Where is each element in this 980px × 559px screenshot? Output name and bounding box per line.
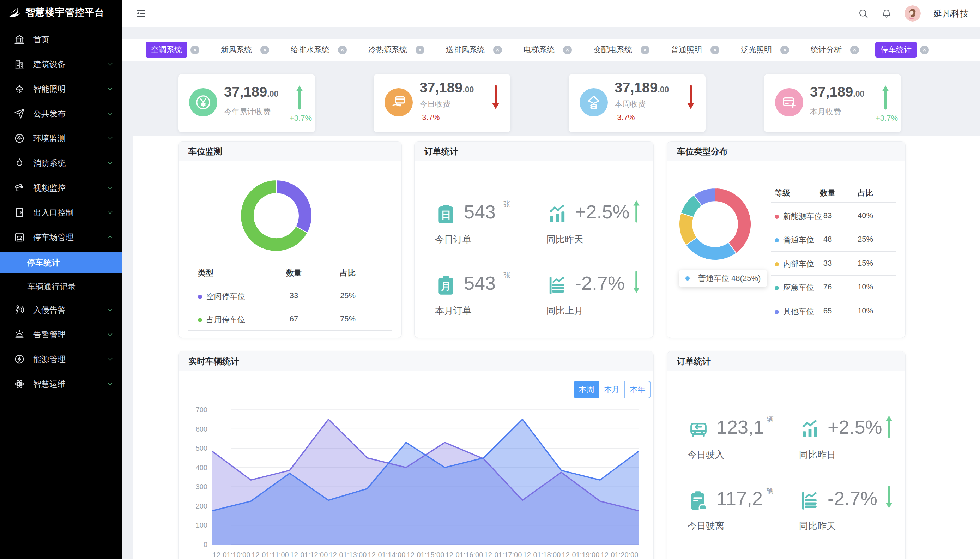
tab-10[interactable]: 停车统计 — [875, 42, 929, 58]
stat-card-3: 37,189.00本月收费+3.7% — [764, 74, 901, 132]
table-row-qty: 33 — [290, 291, 298, 300]
bell-icon[interactable] — [881, 8, 892, 19]
close-icon[interactable] — [780, 46, 789, 55]
app-logo-row: 智慧楼宇管控平台 — [8, 6, 104, 19]
close-icon[interactable] — [920, 46, 929, 55]
trend-up-arrow-icon — [885, 413, 893, 440]
stat-card-delta: +3.7% — [876, 114, 898, 123]
realtime-area-chart: 010020030040050060070012-01:10:0012-01:1… — [178, 401, 654, 559]
stat-unit: 张 — [503, 271, 510, 280]
parking-icon — [14, 232, 25, 242]
tab-2[interactable]: 给排水系统 — [285, 42, 347, 58]
close-icon[interactable] — [416, 46, 424, 55]
tab-0[interactable]: 空调系统 — [146, 42, 199, 58]
building-icon — [14, 59, 25, 69]
header-right-cluster: 延凡科技 — [858, 0, 969, 27]
sidebar-item-12[interactable]: 智慧运维 — [0, 372, 122, 396]
stat-value: 543 — [464, 201, 496, 223]
sidebar-item-11[interactable]: 能源管理 — [0, 347, 122, 372]
tag-tab-bar: 空调系统新风系统给排水系统冷热源系统送排风系统电梯系统变配电系统普通照明泛光照明… — [122, 39, 980, 61]
close-icon[interactable] — [260, 46, 269, 55]
sidebar-item-9[interactable]: 入侵告警 — [0, 298, 122, 322]
app-title: 智慧楼宇管控平台 — [25, 6, 104, 19]
header-gap-band — [122, 27, 980, 39]
chevron-down-icon — [106, 331, 114, 339]
yuan-circle-icon — [189, 88, 217, 116]
sidebar-item-label: 智慧运维 — [33, 379, 66, 390]
close-icon[interactable] — [711, 46, 719, 55]
stat-label: 同比上月 — [546, 304, 583, 317]
x-tick-label: 12-01:18:00 — [523, 551, 561, 559]
bar-trend-icon — [546, 203, 568, 225]
panel-parking-monitor: 车位监测 类型数量占比空闲停车位3325%占用停车位6775% — [178, 141, 402, 338]
tab-label: 送排风系统 — [441, 42, 490, 58]
stat-card-value: 37,189.00 — [224, 84, 278, 100]
user-name[interactable]: 延凡科技 — [934, 8, 969, 20]
clipboard-car-icon — [688, 490, 709, 512]
sidebar-item-1[interactable]: 建筑设备 — [0, 52, 122, 76]
search-icon[interactable] — [858, 8, 868, 19]
avatar[interactable] — [904, 5, 921, 22]
sidebar-item-label: 智能照明 — [33, 84, 66, 94]
tab-8[interactable]: 泛光照明 — [736, 42, 789, 58]
range-toggle-1[interactable]: 本月 — [599, 381, 625, 399]
tab-9[interactable]: 统计分析 — [805, 42, 859, 58]
trend-down-arrow-icon — [632, 269, 640, 296]
table-divider — [771, 202, 896, 203]
x-tick-label: 12-01:10:00 — [213, 551, 251, 559]
atom-icon — [14, 379, 25, 389]
sidebar-item-8[interactable]: 停车场管理 — [0, 225, 122, 250]
sidebar-subitem-8-1[interactable]: 车辆通行记录 — [0, 276, 122, 298]
y-tick-label: 600 — [196, 425, 208, 433]
close-icon[interactable] — [338, 46, 347, 55]
table-divider — [188, 280, 392, 280]
tab-1[interactable]: 新风系统 — [216, 42, 269, 58]
tab-7[interactable]: 普通照明 — [666, 42, 719, 58]
stat-unit: 辆 — [767, 486, 774, 496]
sidebar-item-10[interactable]: 告警管理 — [0, 322, 122, 347]
close-icon[interactable] — [493, 46, 502, 55]
stat-card-value: 37,189.00 — [419, 80, 474, 96]
stat-card-1: 37,189.00今日收费-3.7% — [374, 74, 510, 132]
stat-value: 543 — [464, 272, 496, 294]
stat-label: 同比昨天 — [799, 520, 836, 532]
camera-icon — [14, 182, 25, 193]
tab-5[interactable]: 电梯系统 — [518, 42, 572, 58]
send-icon — [14, 108, 25, 119]
close-icon[interactable] — [190, 46, 199, 55]
collapse-menu-icon[interactable] — [135, 8, 147, 19]
close-icon[interactable] — [850, 46, 859, 55]
tab-4[interactable]: 送排风系统 — [441, 42, 502, 58]
table-row-qty: 76 — [823, 282, 832, 291]
panel-title: 车位监测 — [178, 142, 401, 161]
trend-down-arrow-icon — [686, 83, 695, 112]
tab-3[interactable]: 冷热源系统 — [363, 42, 424, 58]
donut-segment — [715, 188, 751, 253]
sidebar-item-5[interactable]: 消防系统 — [0, 150, 122, 175]
stat-unit: 辆 — [767, 415, 774, 424]
tab-label: 电梯系统 — [518, 42, 560, 58]
sidebar-subitem-8-0[interactable]: 停车统计 — [0, 252, 122, 273]
sidebar-item-7[interactable]: 出入口控制 — [0, 200, 122, 225]
sidebar-item-6[interactable]: 视频监控 — [0, 175, 122, 200]
table-divider — [771, 275, 896, 276]
table-header-1: 数量 — [286, 268, 302, 278]
stat-label: 今日驶入 — [688, 448, 724, 461]
sidebar-item-2[interactable]: 智能照明 — [0, 76, 122, 101]
tab-6[interactable]: 变配电系统 — [588, 42, 650, 58]
range-toggle-0[interactable]: 本周 — [574, 381, 599, 399]
sidebar-item-label: 出入口控制 — [33, 207, 74, 218]
sidebar-item-3[interactable]: 公共发布 — [0, 101, 122, 126]
flame-icon — [14, 158, 25, 168]
table-divider — [771, 323, 896, 323]
panel-title: 订单统计 — [414, 142, 653, 161]
sidebar-item-label: 环境监测 — [33, 133, 66, 144]
panel-title: 订单统计 — [667, 352, 905, 371]
close-icon[interactable] — [641, 46, 650, 55]
table-row-qty: 33 — [823, 259, 832, 268]
close-icon[interactable] — [563, 46, 572, 55]
range-toggle-2[interactable]: 本年 — [625, 381, 651, 399]
sidebar-item-label: 入侵告警 — [33, 304, 66, 316]
sidebar-item-0[interactable]: 首页 — [0, 27, 122, 52]
sidebar-item-4[interactable]: 环境监测 — [0, 126, 122, 150]
